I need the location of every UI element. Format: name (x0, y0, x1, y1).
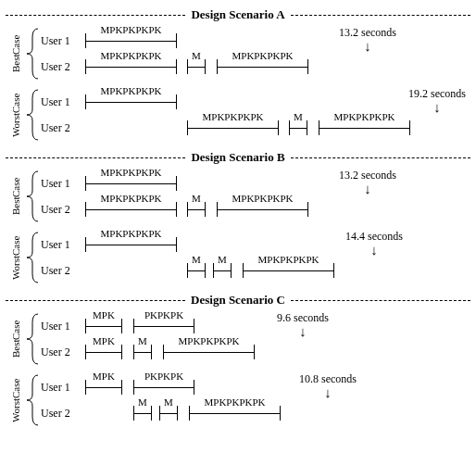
segment: MPKPKPKPK (319, 120, 410, 135)
segment: MPKPKPKPK (187, 120, 279, 135)
segment-label: M (134, 335, 151, 346)
segment: MPKPKPKPK (243, 263, 334, 278)
user-label: User 2 (41, 346, 85, 359)
case-label: BestCase (6, 170, 26, 222)
rows: User 1MPKPKPKPK14.4 seconds↓User 2MMMPKP… (39, 232, 470, 283)
time-annotation: 14.4 seconds↓ (345, 230, 403, 256)
timeline: MPKPKPKPKMMPKPKPKPK (85, 196, 470, 222)
segment-label: PKPKPK (134, 309, 194, 320)
scenario: Design Scenario CBestCaseUser 1MPKPKPKPK… (6, 293, 470, 426)
segment-label: MPKPKPKPK (319, 111, 409, 122)
rows: User 1MPKPKPKPK13.2 seconds↓User 2MPKPKP… (39, 170, 470, 222)
down-arrow-icon: ↓ (370, 245, 378, 256)
timeline: MMMPKPKPKPK (85, 258, 470, 283)
dash-line (6, 300, 185, 301)
segment-label: M (214, 254, 231, 265)
case-block: WorstCaseUser 1MPKPKPKPK10.8 seconds↓Use… (6, 374, 470, 426)
segment: MPKPKPKPK (85, 33, 177, 48)
user-row: User 2MPKPKPKPKMMPKPKPKPK (41, 54, 470, 80)
user-row: User 2MPKMMPKPKPKPK (41, 339, 470, 365)
case-label: BestCase (6, 313, 26, 365)
segment: MPKPKPKPK (85, 237, 177, 252)
user-label: User 1 (41, 34, 85, 48)
dash-line (6, 157, 185, 158)
segment: MPKPKPKPK (85, 202, 177, 217)
time-label: 10.8 seconds (299, 372, 357, 386)
segment-label: MPKPKPKPK (188, 111, 278, 122)
segment: MPK (85, 380, 122, 395)
segment: MPKPKPKPK (85, 176, 177, 191)
dash-line (6, 15, 185, 16)
down-arrow-icon: ↓ (364, 183, 371, 195)
segment: MPK (85, 345, 122, 359)
time-label: 19.2 seconds (408, 87, 466, 101)
segment-label: MPKPKPKPK (86, 50, 176, 61)
segment: M (187, 202, 206, 217)
segment: M (133, 345, 152, 359)
case-label: BestCase (6, 28, 26, 80)
segment-label: M (188, 50, 205, 61)
user-row: User 2MMMPKPKPKPK (41, 400, 470, 426)
user-row: User 2MPKPKPKPKMMPKPKPKPK (41, 196, 470, 222)
segment-label: MPKPKPKPK (86, 193, 176, 204)
user-label: User 1 (41, 238, 85, 252)
segment-label: MPKPKPKPK (164, 335, 254, 346)
down-arrow-icon: ↓ (364, 41, 371, 52)
section-header: Design Scenario C (6, 293, 470, 308)
timeline: MMMPKPKPKPK (85, 400, 470, 426)
segment: PKPKPK (133, 319, 194, 333)
segment-label: M (160, 396, 177, 408)
section-title: Design Scenario A (185, 7, 290, 22)
segment: M (213, 263, 232, 278)
case-block: BestCaseUser 1MPKPKPKPK9.6 seconds↓User … (6, 313, 470, 365)
segment-label: M (188, 193, 205, 204)
rows: User 1MPKPKPKPK13.2 seconds↓User 2MPKPKP… (39, 28, 470, 80)
brace-icon (26, 28, 39, 80)
rows: User 1MPKPKPKPK9.6 seconds↓User 2MPKMMPK… (39, 313, 470, 365)
section-header: Design Scenario B (6, 150, 470, 165)
segment: M (289, 120, 307, 135)
segment-label: MPKPKPKPK (86, 85, 176, 96)
case-label: WorstCase (6, 232, 26, 283)
time-annotation: 19.2 seconds↓ (408, 87, 466, 113)
segment-label: M (134, 396, 151, 408)
segment-label: M (290, 111, 307, 122)
down-arrow-icon: ↓ (324, 387, 332, 398)
segment-label: PKPKPK (134, 371, 194, 382)
case-label: WorstCase (6, 89, 26, 141)
brace-icon (26, 232, 39, 283)
dash-line (291, 300, 470, 301)
brace-icon (26, 374, 39, 426)
time-label: 9.6 seconds (277, 311, 329, 325)
case-label: WorstCase (6, 374, 26, 426)
user-label: User 1 (41, 95, 85, 109)
segment: MPKPKPKPK (85, 94, 177, 109)
segment-label: MPK (86, 309, 121, 320)
segment: M (187, 59, 206, 74)
case-block: BestCaseUser 1MPKPKPKPK13.2 seconds↓User… (6, 28, 470, 80)
down-arrow-icon: ↓ (433, 102, 441, 113)
segment: MPK (85, 319, 122, 333)
section-header: Design Scenario A (6, 7, 470, 22)
diagram-root: Design Scenario ABestCaseUser 1MPKPKPKPK… (6, 7, 470, 426)
segment: M (187, 263, 206, 278)
segment-label: MPKPKPKPK (244, 254, 333, 265)
timeline: MPKMMPKPKPKPK (85, 339, 470, 365)
segment: M (159, 406, 178, 421)
user-label: User 2 (41, 60, 85, 74)
segment-label: MPKPKPKPK (190, 396, 280, 408)
rows: User 1MPKPKPKPK10.8 seconds↓User 2MMMPKP… (39, 374, 470, 426)
segment-label: MPK (86, 335, 121, 346)
time-annotation: 13.2 seconds↓ (339, 169, 396, 195)
time-label: 13.2 seconds (339, 169, 396, 182)
down-arrow-icon: ↓ (299, 326, 307, 337)
segment: PKPKPK (133, 380, 194, 395)
segment: MPKPKPKPK (85, 59, 177, 74)
segment: M (133, 406, 152, 421)
user-label: User 1 (41, 320, 85, 333)
time-annotation: 9.6 seconds↓ (277, 311, 329, 337)
case-block: WorstCaseUser 1MPKPKPKPK14.4 seconds↓Use… (6, 232, 470, 283)
segment: MPKPKPKPK (163, 345, 255, 359)
dash-line (291, 157, 470, 158)
time-label: 13.2 seconds (339, 26, 396, 40)
